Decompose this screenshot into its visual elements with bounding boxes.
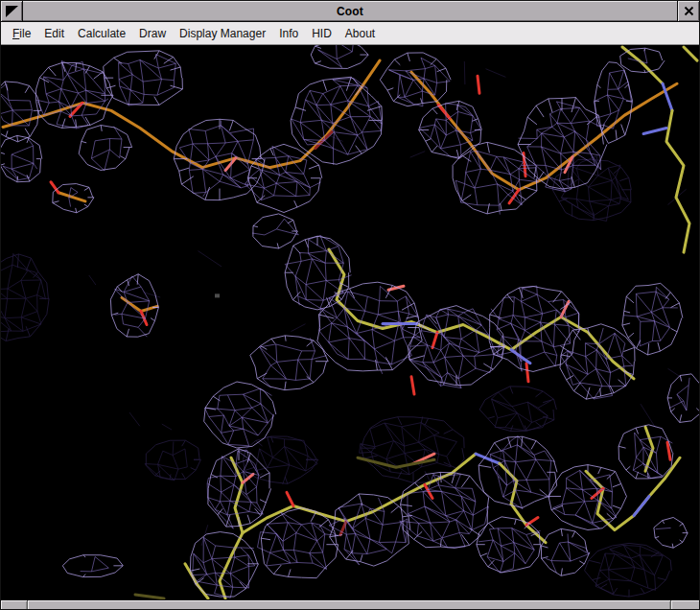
- menu-item-display-manager[interactable]: Display Manager: [173, 24, 272, 43]
- menu-item-calculate[interactable]: Calculate: [71, 24, 132, 43]
- menu-item-hid[interactable]: HID: [305, 24, 338, 43]
- window-menu-triangle-icon: [5, 5, 19, 18]
- menu-item-info[interactable]: Info: [272, 24, 305, 43]
- gl-viewport-area: [1, 45, 699, 599]
- statusbar-right-cell: [671, 600, 699, 609]
- window-menu-button[interactable]: [1, 1, 23, 21]
- menubar: FileEditCalculateDrawDisplay ManagerInfo…: [1, 22, 699, 45]
- menu-item-edit[interactable]: Edit: [37, 24, 71, 43]
- statusbar-status-area: [28, 600, 671, 609]
- close-icon: [684, 6, 694, 16]
- menu-item-draw[interactable]: Draw: [132, 24, 173, 43]
- menu-item-file[interactable]: File: [6, 24, 37, 43]
- window-title: Coot: [23, 1, 677, 21]
- titlebar: Coot: [1, 1, 699, 22]
- close-button[interactable]: [677, 1, 699, 21]
- menu-item-about[interactable]: About: [338, 24, 382, 43]
- statusbar: [1, 599, 699, 609]
- density-mesh-canvas[interactable]: [1, 45, 699, 599]
- statusbar-resize-grip[interactable]: [1, 600, 28, 609]
- coot-window: Coot FileEditCalculateDrawDisplay Manage…: [0, 0, 700, 610]
